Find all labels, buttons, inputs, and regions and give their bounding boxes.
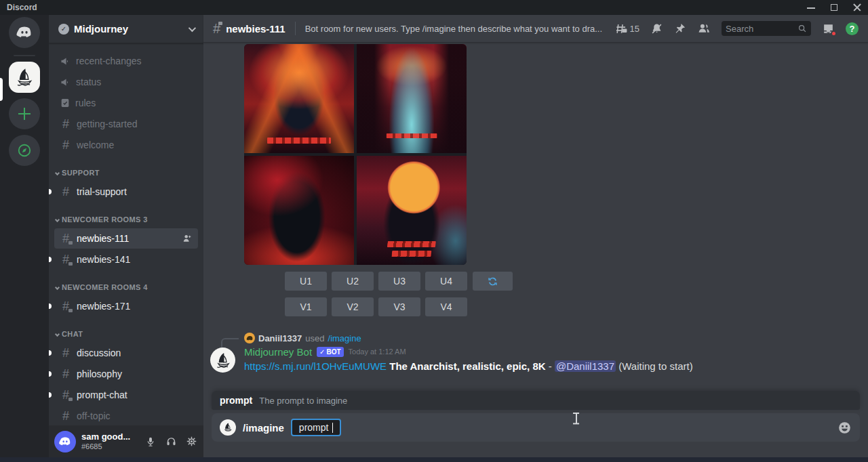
image-title-art xyxy=(387,241,436,247)
user-settings-button[interactable] xyxy=(184,435,198,448)
reply-context[interactable]: Daniil1337 used /imagine xyxy=(244,333,868,343)
variation-1-button[interactable]: V1 xyxy=(285,297,327,316)
pinned-messages-button[interactable] xyxy=(674,22,686,35)
preview-image-2[interactable] xyxy=(357,44,467,153)
reply-command-link[interactable]: /imagine xyxy=(328,333,361,343)
sidebar-item-trial-support[interactable]: # trial-support xyxy=(54,182,198,202)
unread-indicator xyxy=(49,303,52,309)
category-newcomer-rooms-3[interactable]: NEWCOMER ROOMS 3 xyxy=(54,211,203,228)
bot-username[interactable]: Midjourney Bot xyxy=(244,346,312,358)
sidebar-item-discussion[interactable]: # discussion xyxy=(54,343,198,363)
preview-image-1[interactable] xyxy=(244,44,354,153)
sidebar-item-rules[interactable]: rules xyxy=(54,93,198,113)
variation-2-button[interactable]: V2 xyxy=(332,297,374,316)
hash-icon: # xyxy=(60,409,72,423)
variation-4-button[interactable]: V4 xyxy=(425,297,467,316)
upscale-3-button[interactable]: U3 xyxy=(378,272,420,291)
text-caret xyxy=(332,423,333,433)
minimize-icon[interactable] xyxy=(807,3,815,12)
sidebar-item-newbies-171[interactable]: # newbies-171 xyxy=(54,296,198,316)
sidebar-item-getting-started[interactable]: # getting-started xyxy=(54,114,198,134)
upscale-1-button[interactable]: U1 xyxy=(285,272,327,291)
gear-icon xyxy=(186,436,197,447)
chevron-down-icon xyxy=(55,217,60,222)
deafen-button[interactable] xyxy=(164,435,178,448)
upscale-4-button[interactable]: U4 xyxy=(425,272,467,291)
reply-author[interactable]: Daniil1337 xyxy=(258,333,302,343)
maximize-icon[interactable] xyxy=(830,3,838,12)
explore-servers-button[interactable] xyxy=(9,135,40,166)
category-label: CHAT xyxy=(62,330,83,338)
threads-button[interactable]: 15 xyxy=(615,22,639,35)
emoji-picker-button[interactable] xyxy=(837,421,852,435)
message-timestamp: Today at 1:12 AM xyxy=(349,348,406,356)
generated-image-grid[interactable] xyxy=(244,44,467,265)
inbox-button[interactable] xyxy=(822,22,835,35)
user-avatar[interactable] xyxy=(54,431,76,453)
sidebar-item-off-topic[interactable]: # off-topic xyxy=(54,406,198,425)
preview-image-4[interactable] xyxy=(357,156,467,265)
slash-command-suggestion[interactable]: prompt The prompt to imagine xyxy=(212,391,860,410)
threads-hash-icon xyxy=(615,22,628,35)
sidebar-item-recent-changes[interactable]: recent-changes xyxy=(54,51,198,71)
preview-image-3[interactable] xyxy=(244,156,354,265)
bot-message: Daniil1337 used /imagine xyxy=(203,333,868,373)
midjourney-grid-message: U1 U2 U3 U4 V1 V2 V3 V4 xyxy=(244,44,868,316)
sidebar-item-status[interactable]: status xyxy=(54,72,198,92)
member-list-button[interactable] xyxy=(697,22,711,35)
reroll-button[interactable] xyxy=(473,272,513,291)
members-icon xyxy=(697,22,711,35)
badge-check-icon: ✓ xyxy=(319,348,325,356)
desktop-taskbar xyxy=(0,457,868,462)
sailboat-icon xyxy=(14,67,35,87)
chevron-down-icon xyxy=(55,331,60,336)
channel-name: getting-started xyxy=(77,119,193,129)
channel-name: prompt-chat xyxy=(77,390,193,400)
question-icon: ? xyxy=(850,24,855,34)
header-divider xyxy=(295,22,296,35)
chevron-down-icon xyxy=(55,170,60,175)
variation-3-button[interactable]: V3 xyxy=(378,297,420,316)
category-support[interactable]: SUPPORT xyxy=(54,165,203,181)
hash-icon: # xyxy=(60,367,72,381)
dash-separator: - xyxy=(549,360,552,372)
server-icon-midjourney[interactable] xyxy=(9,62,40,93)
close-icon[interactable] xyxy=(853,3,861,12)
create-invite-icon[interactable] xyxy=(182,233,193,244)
sidebar-item-newbies-111[interactable]: # newbies-111 xyxy=(54,228,198,249)
channel-name: newbies-111 xyxy=(77,233,177,244)
search-input[interactable]: Search xyxy=(722,21,811,36)
server-header[interactable]: ✓ Midjourney xyxy=(49,15,203,43)
upscale-button-row: U1 U2 U3 U4 xyxy=(285,272,868,291)
category-newcomer-rooms-4[interactable]: NEWCOMER ROOMS 4 xyxy=(54,279,203,295)
user-mention[interactable]: @Daniil1337 xyxy=(555,360,616,372)
prompt-option-field[interactable]: prompt xyxy=(291,419,342,436)
bot-badge: ✓ BOT xyxy=(317,347,344,357)
prompt-text: The Anarchist, realistic, epic, 8K xyxy=(389,360,545,372)
user-info[interactable]: sam good... #6685 xyxy=(81,432,138,451)
window-titlebar: Discord xyxy=(0,0,868,15)
help-button[interactable]: ? xyxy=(846,22,859,35)
job-link[interactable]: https://s.mj.run/l1OHvEuMUWE xyxy=(244,360,387,372)
sidebar-item-philosophy[interactable]: # philosophy xyxy=(54,364,198,384)
category-label: NEWCOMER ROOMS 3 xyxy=(62,215,148,224)
verified-badge-icon: ✓ xyxy=(58,24,69,35)
sidebar-item-welcome[interactable]: # welcome xyxy=(54,135,198,155)
home-button[interactable] xyxy=(9,17,40,48)
sidebar-item-prompt-chat[interactable]: # prompt-chat xyxy=(54,385,198,405)
bot-avatar[interactable] xyxy=(210,348,235,373)
add-server-button[interactable] xyxy=(9,98,40,129)
upscale-2-button[interactable]: U2 xyxy=(332,272,374,291)
channel-topic[interactable]: Bot room for new users. Type /imagine th… xyxy=(305,24,602,34)
category-chat[interactable]: CHAT xyxy=(54,326,203,342)
hash-chat-icon: # xyxy=(60,253,72,267)
sidebar-item-newbies-141[interactable]: # newbies-141 xyxy=(54,249,198,270)
reply-author-avatar xyxy=(244,333,255,343)
composer: prompt The prompt to imagine /imagine xyxy=(203,391,868,457)
pin-icon xyxy=(674,22,686,35)
message-input[interactable]: /imagine prompt xyxy=(212,413,860,442)
notification-settings-button[interactable] xyxy=(650,22,663,35)
chevron-down-icon xyxy=(55,285,60,289)
mute-mic-button[interactable] xyxy=(144,435,157,448)
image-title-art xyxy=(387,133,437,138)
